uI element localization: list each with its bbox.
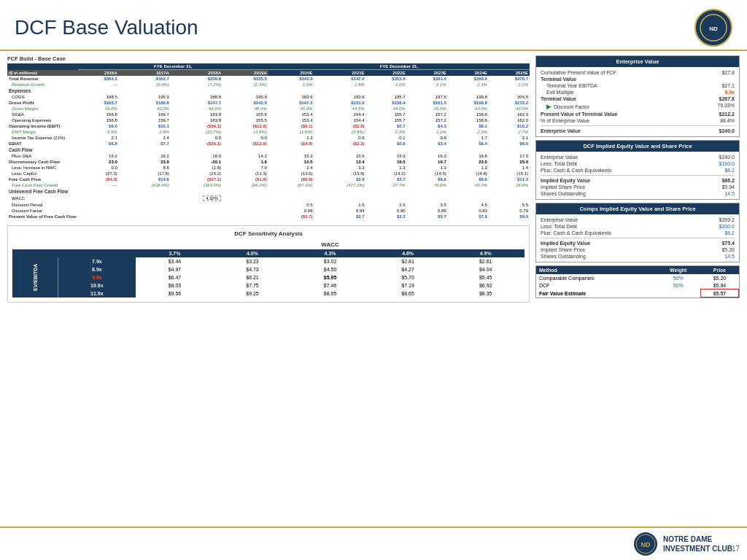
weighted-table-box: Method Weight Price Comparable Companies… [535,265,740,298]
cell: $8.95 [291,289,369,298]
cell: 1.2% [407,129,448,135]
comps-label-isp: Implied Share Price [541,247,585,252]
cell: 155.7 [366,117,407,123]
cell: $6.6 [407,176,448,182]
cell: ($0.8) [268,176,314,182]
cell: 153.4 [268,112,314,117]
divider [541,175,735,176]
ev-val-pct: 88.4% [720,118,735,123]
col-dollar-millions: ($ in millions) [7,70,78,77]
dcf-label-isp: Implied Share Price [541,184,585,190]
cell: $147.7 [171,100,222,106]
sensitivity-title: DCF Sensitivity Analysis [12,230,525,237]
cell: 2.4 [268,165,314,171]
cell: 156.7 [119,112,171,117]
cell: 158.6 [448,117,489,123]
comps-implied-box: Comps Implied Equity Value and Share Pri… [535,203,740,262]
cell: 195.7 [366,94,407,100]
cell: 2.5 [366,202,407,208]
cell: $9.0 [78,123,119,129]
enterprise-value-header: Enterprise Value [536,56,739,67]
ev-val-exit-mult: 9.9x [724,90,735,95]
cell: 156.7 [119,117,171,123]
cell: $9.0 [489,214,530,219]
price-comps: $5.20 [700,274,738,281]
cell: 2.1% [448,82,489,88]
sensitivity-table: WACC 3.7% 4.0% 4.3% 4.6% 4.9% EV/EBITDA … [12,240,525,298]
dcf-label-ev: Enterprise Value [541,155,578,160]
col-37: 3.7% [136,249,214,257]
cell: 45.7% [448,182,489,188]
cell: ($4.8) [268,141,314,147]
row-label: COGS [7,94,78,100]
cell: 193.6 [314,94,366,100]
ev-label-tv: Terminal Value [541,96,576,101]
row-label: Operating Expenses [7,117,78,123]
cell: 14.2 [222,153,268,159]
price-fv: $5.57 [700,289,738,298]
cell: 1.8% [314,82,366,88]
cell: — [78,182,119,188]
table-row: Present Value of Free Cash Flow ($0.7) $… [7,214,530,219]
col-2023e: 2023E [407,70,448,77]
cell: 3.3 [314,165,366,171]
cell: (353.3%) [171,182,222,188]
table-row: EBIAT $6.8 $7.7 ($36.1) ($12.6) ($4.8) (… [7,141,530,147]
cell: $335.5 [222,76,268,82]
cell: 195.9 [119,94,171,100]
col-2020e: 2020E [268,70,314,77]
page-number: 17 [732,545,740,553]
cell: 15.3 [268,153,314,159]
cell: $3.7 [366,176,407,182]
cell: $6.92 [446,281,525,289]
main-content: FCF Build - Base Case FYE December 31, F… [0,51,747,307]
cell: (17.8) [119,171,171,176]
cell: 17.0 [489,153,530,159]
cell: — [78,82,119,88]
cell: $336.6 [171,76,222,82]
row-label: Discount Factor [7,208,78,214]
cell: (0.3%) [222,82,268,88]
row-label: EBIAT [7,141,78,147]
dcf-val-isp: $5.94 [721,184,735,190]
row-119: 11.9x [58,289,136,298]
cell: 0.86 [407,208,448,214]
cell: 23.9 [119,159,171,165]
cell: 23.0 [78,159,119,165]
cell: 1.6 [222,159,268,165]
cell [78,214,119,219]
cell: $8.65 [369,289,447,298]
comps-row-shares: Shares Outstanding 14.5 [541,253,735,260]
cell: $165.7 [78,100,119,106]
row-label: Gross Margin [7,106,78,112]
page-header: DCF Base Valuation ND [0,0,747,51]
cell: $5.45 [446,273,525,281]
ev-val-ty-ebitda: $27.1 [721,83,735,88]
wacc-value: 4.32% [203,195,221,201]
cell: ($12.6) [222,123,268,129]
table-row: Free Cash Flow ($4.3) $14.6 ($37.1) ($1.… [7,176,530,182]
col-49: 4.9% [446,249,525,257]
cell: $151.6 [314,100,366,106]
table-row: Operating Expenses 156.8 156.7 183.8 155… [7,117,530,123]
cell: 79.0% [407,182,448,188]
col-40: 4.0% [214,249,292,257]
cell: $3.23 [214,257,292,265]
cell [222,202,268,208]
cell: 4.5 [448,202,489,208]
dcf-row-isp: Implied Share Price $5.94 [541,184,735,190]
comps-val-isp: $5.20 [721,247,735,252]
row-label: Free Cash Flow Growth [7,182,78,188]
cell: 158.6 [448,112,489,117]
cell [78,202,119,208]
cell: (15.1) [489,171,530,176]
cell: ($36.1) [171,141,222,147]
cell: 27.7% [366,182,407,188]
cell: $156.4 [366,100,407,106]
comps-label-ev: Enterprise Value [541,217,578,222]
ev-row-cpv: Cumulative Present Value of FCF $27.8 [541,69,735,76]
divider [541,238,735,238]
cell-highlight: $5.95 [291,273,369,281]
cell: 0.0 [171,135,222,141]
cell: 1.3 [448,165,489,171]
